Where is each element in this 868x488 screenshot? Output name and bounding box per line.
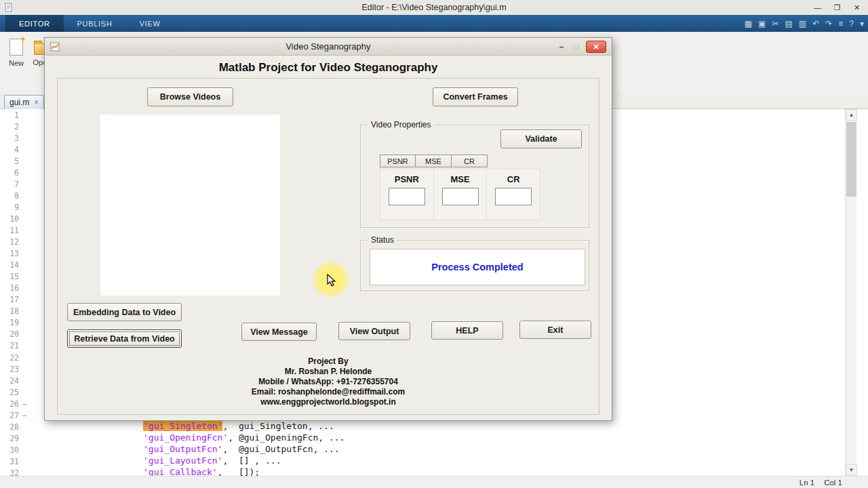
line-number: 31 xyxy=(0,455,31,467)
file-tab-label: gui.m xyxy=(9,98,29,107)
line-indicator: Ln 1 xyxy=(800,479,814,487)
line-number: 12 xyxy=(0,237,31,248)
metric-value-table: PSNRMSECR xyxy=(380,169,540,220)
footer-line: Mobile / WhatsApp: +91-7276355704 xyxy=(45,377,612,387)
metric-tab-psnr[interactable]: PSNR xyxy=(380,155,416,167)
video-steganography-dialog: Video Steganography – □ ✕ Matlab Project… xyxy=(44,37,612,421)
window-maximize-button[interactable]: ❐ xyxy=(827,0,847,15)
file-tab-gui-m[interactable]: gui.m × xyxy=(4,95,44,109)
dialog-close-button[interactable]: ✕ xyxy=(586,41,606,53)
line-number: 10 xyxy=(0,213,31,224)
line-number: 26– xyxy=(0,398,31,409)
line-number: 16 xyxy=(0,283,31,294)
status-message-box: Process Completed xyxy=(370,249,585,285)
validate-button[interactable]: Validate xyxy=(500,129,582,148)
dialog-maximize-button[interactable]: □ xyxy=(571,43,582,51)
scroll-up-icon[interactable]: ▲ xyxy=(846,109,857,121)
video-properties-panel: Video Properties Validate PSNRMSECR PSNR… xyxy=(360,125,589,228)
line-number: 21 xyxy=(0,340,31,352)
dialog-heading: Matlab Project for Video Steganography xyxy=(45,61,612,75)
line-number: 2 xyxy=(0,121,31,132)
status-message: Process Completed xyxy=(431,262,523,272)
code-line: 'gui_LayoutFcn', [] , ... xyxy=(143,455,344,466)
dialog-title: Video Steganography xyxy=(45,41,612,52)
browse-videos-button[interactable]: Browse Videos xyxy=(147,87,233,106)
layout-grid-icon[interactable]: ▦ xyxy=(745,20,752,28)
embedding-data-button[interactable]: Embedding Data to Video xyxy=(67,303,182,321)
scroll-down-icon[interactable]: ▼ xyxy=(846,464,857,476)
line-number: 22 xyxy=(0,352,31,363)
dialog-minimize-button[interactable]: – xyxy=(556,42,567,52)
new-script-icon xyxy=(9,39,23,56)
view-message-button[interactable]: View Message xyxy=(241,323,317,341)
line-number: 25 xyxy=(0,386,31,398)
line-number: 3 xyxy=(0,132,31,144)
mse-field[interactable] xyxy=(442,188,479,205)
line-number: 8 xyxy=(0,190,31,201)
code-fold-icon[interactable]: – xyxy=(19,411,30,420)
metric-label: MSE xyxy=(450,174,469,184)
vertical-scrollbar[interactable]: ▲ ▼ xyxy=(845,109,856,476)
dialog-titlebar[interactable]: Video Steganography – □ ✕ xyxy=(45,38,612,56)
window-close-button[interactable]: ✕ xyxy=(847,0,867,15)
cut-icon[interactable]: ✂ xyxy=(772,20,778,28)
line-number: 30 xyxy=(0,444,31,455)
metric-tab-row: PSNRMSECR xyxy=(380,155,488,167)
ribbon-tab-publish[interactable]: PUBLISH xyxy=(64,15,126,32)
undo-icon[interactable]: ↶ xyxy=(812,20,819,28)
line-number: 4 xyxy=(0,144,31,155)
metric-tab-cr[interactable]: CR xyxy=(452,155,488,167)
footer-line: Mr. Roshan P. Helonde xyxy=(45,367,612,377)
line-number: 1 xyxy=(0,109,31,121)
footer-credits: Project ByMr. Roshan P. HelondeMobile / … xyxy=(45,357,612,407)
line-number: 7 xyxy=(0,178,31,190)
line-number: 6 xyxy=(0,167,31,178)
line-number: 18 xyxy=(0,306,31,317)
code-line: 'gui_OutputFcn', @gui_OutputFcn, ... xyxy=(143,443,344,455)
help-button[interactable]: HELP xyxy=(431,321,503,340)
metric-tab-mse[interactable]: MSE xyxy=(416,155,452,167)
redo-icon[interactable]: ↷ xyxy=(825,20,832,28)
convert-frames-button[interactable]: Convert Frames xyxy=(433,87,518,106)
metric-cell-mse: MSE xyxy=(434,169,488,220)
retrieve-data-button[interactable]: Retrieve Data from Video xyxy=(67,329,182,348)
help-icon[interactable]: ? xyxy=(849,20,854,28)
footer-line: Email: roshanphelonde@rediffmail.com xyxy=(45,387,612,397)
line-number: 19 xyxy=(0,317,31,329)
scrollbar-thumb[interactable] xyxy=(846,122,856,197)
metric-cell-psnr: PSNR xyxy=(380,169,434,220)
window-title: Editor - E:\Video Steganography\gui.m xyxy=(0,3,868,12)
video-properties-label: Video Properties xyxy=(368,120,434,129)
line-number-gutter: 1234567891011121314151617181920212223242… xyxy=(0,109,31,479)
ribbon-tabs: EDITORPUBLISHVIEW xyxy=(5,15,868,32)
ribbon-tab-editor[interactable]: EDITOR xyxy=(5,15,64,32)
new-script-button[interactable]: New xyxy=(4,39,28,67)
ribbon-tabbar: EDITORPUBLISHVIEW ▦▣✂▤▥↶↷≡?▾ xyxy=(0,15,868,32)
editor-statusbar: Ln 1 Col 1 xyxy=(0,476,868,488)
window-minimize-button[interactable]: — xyxy=(808,0,827,15)
ribbon-tab-view[interactable]: VIEW xyxy=(126,15,174,32)
code-area: 'gui_Singleton', gui_Singleton, ...'gui_… xyxy=(143,420,344,478)
save-icon[interactable]: ▣ xyxy=(758,20,766,28)
metric-cell-cr: CR xyxy=(487,169,540,220)
exit-button[interactable]: Exit xyxy=(519,321,591,339)
footer-line: www.enggprojectworld.blogspot.in xyxy=(45,397,612,407)
line-number: 13 xyxy=(0,248,31,260)
psnr-field[interactable] xyxy=(389,188,425,205)
window-titlebar[interactable]: Editor - E:\Video Steganography\gui.m — … xyxy=(0,0,868,15)
line-number: 15 xyxy=(0,271,31,283)
close-tab-icon[interactable]: × xyxy=(34,98,39,107)
copy-icon[interactable]: ▤ xyxy=(785,20,792,28)
view-output-button[interactable]: View Output xyxy=(338,322,410,340)
quick-access-toolbar: ▦▣✂▤▥↶↷≡?▾ xyxy=(745,15,864,32)
line-number: 24 xyxy=(0,375,31,386)
chevron-down-icon[interactable]: ▾ xyxy=(860,20,864,28)
dialog-body: Matlab Project for Video Steganography B… xyxy=(45,56,612,421)
code-line: 'gui_Singleton', gui_Singleton, ... xyxy=(143,420,344,432)
print-icon[interactable]: ≡ xyxy=(838,20,843,28)
paste-icon[interactable]: ▥ xyxy=(799,20,806,28)
code-fold-icon[interactable]: – xyxy=(19,399,30,408)
cr-field[interactable] xyxy=(495,188,532,205)
line-number: 17 xyxy=(0,294,31,306)
screen: Editor - E:\Video Steganography\gui.m — … xyxy=(0,0,868,488)
